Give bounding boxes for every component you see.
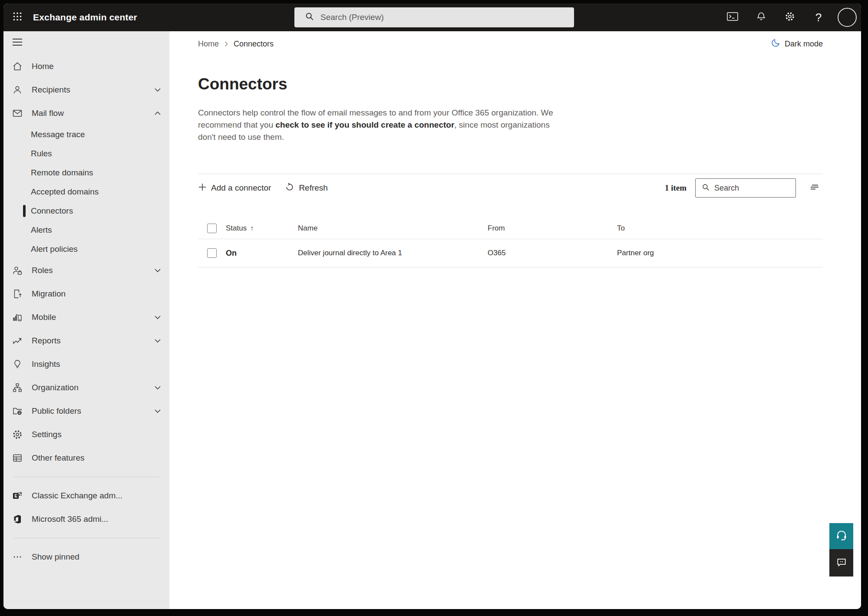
sidebar-subitem-label: Rules — [31, 149, 52, 158]
sidebar-item-connectors[interactable]: Connectors — [3, 201, 169, 221]
sidebar-item-label: Roles — [32, 266, 145, 275]
sidebar-item-organization[interactable]: Organization — [3, 376, 169, 399]
migration-icon — [12, 289, 23, 299]
account-button[interactable] — [838, 8, 857, 27]
sidebar-item-insights[interactable]: Insights — [3, 352, 169, 376]
add-connector-label: Add a connector — [211, 183, 271, 193]
sidebar-divider — [14, 477, 159, 477]
roles-icon — [12, 265, 23, 276]
other-features-icon — [12, 453, 23, 463]
table-row[interactable]: On Deliver journal directly to Area 1 O3… — [198, 239, 823, 267]
sidebar-item-label: Public folders — [32, 406, 145, 416]
ellipsis-icon — [12, 552, 23, 562]
column-header-name[interactable]: Name — [298, 224, 488, 233]
sidebar-item-label: Home — [32, 62, 162, 71]
sidebar-item-reports[interactable]: Reports — [3, 329, 169, 352]
sidebar-item-accepted-domains[interactable]: Accepted domains — [3, 182, 169, 201]
sidebar-item-alert-policies[interactable]: Alert policies — [3, 240, 169, 259]
sidebar-item-settings[interactable]: Settings — [3, 423, 169, 446]
sidebar-item-label: Show pinned — [32, 552, 162, 562]
sidebar-item-other-features[interactable]: Other features — [3, 446, 169, 470]
sidebar-item-roles[interactable]: Roles — [3, 259, 169, 282]
headset-icon — [835, 529, 848, 543]
global-search-input[interactable] — [320, 13, 567, 22]
sidebar-item-message-trace[interactable]: Message trace — [3, 125, 169, 144]
notifications-button[interactable] — [752, 8, 771, 27]
sidebar-item-show-pinned[interactable]: Show pinned — [3, 545, 169, 569]
chevron-down-icon — [154, 338, 162, 343]
sidebar-subitem-label: Accepted domains — [31, 187, 99, 197]
sidebar-item-label: Reports — [32, 336, 145, 346]
add-connector-button[interactable]: Add a connector — [198, 180, 275, 196]
filter-view-button[interactable] — [807, 180, 823, 196]
hamburger-icon — [12, 38, 23, 48]
sidebar-item-label: Other features — [32, 453, 162, 463]
sidebar-subitem-label: Alerts — [31, 225, 52, 235]
support-button[interactable] — [829, 523, 853, 549]
column-header-from[interactable]: From — [488, 224, 617, 233]
organization-icon — [12, 382, 23, 393]
collapse-nav-button[interactable] — [3, 31, 169, 55]
sidebar-item-label: Microsoft 365 admi... — [32, 514, 162, 524]
sidebar-item-microsoft-365-admin[interactable]: Microsoft 365 admi... — [3, 507, 169, 531]
sidebar: Home Recipients — [3, 31, 169, 609]
refresh-button[interactable]: Refresh — [285, 180, 332, 197]
sidebar-item-classic-exchange-admin[interactable]: E Classic Exchange adm... — [3, 484, 169, 507]
sidebar-item-migration[interactable]: Migration — [3, 282, 169, 306]
sidebar-item-rules[interactable]: Rules — [3, 144, 169, 163]
moon-icon — [771, 38, 780, 50]
list-search-box[interactable] — [695, 178, 796, 198]
settings-button[interactable] — [780, 8, 799, 27]
sidebar-item-alerts[interactable]: Alerts — [3, 221, 169, 240]
row-checkbox[interactable] — [207, 248, 217, 258]
chevron-down-icon — [154, 408, 162, 414]
floating-buttons — [829, 523, 853, 576]
row-from: O365 — [488, 249, 617, 257]
table-header-row: Status ↑ Name From To — [198, 217, 823, 239]
person-icon — [12, 85, 23, 95]
sidebar-subitem-label: Alert policies — [31, 244, 78, 254]
exchange-admin-window: Exchange admin center — [3, 3, 861, 609]
sidebar-item-label: Settings — [32, 430, 162, 439]
refresh-label: Refresh — [299, 183, 328, 193]
public-folders-icon — [12, 406, 23, 416]
select-all-checkbox[interactable] — [207, 224, 217, 233]
microsoft-365-icon — [12, 514, 23, 524]
column-header-label: To — [617, 224, 625, 233]
dark-mode-label: Dark mode — [785, 40, 823, 49]
list-search-input[interactable] — [714, 184, 791, 193]
main-content: Home Connectors Dark mode — [169, 31, 861, 609]
row-to: Partner org — [617, 249, 823, 257]
selected-indicator — [23, 205, 26, 217]
column-header-status[interactable]: Status ↑ — [226, 224, 298, 233]
global-search-box[interactable] — [294, 7, 574, 27]
page-description: Connectors help control the flow of emai… — [198, 107, 565, 143]
settings-gear-icon — [12, 429, 23, 440]
sidebar-item-remote-domains[interactable]: Remote domains — [3, 163, 169, 182]
sidebar-item-label: Mail flow — [32, 109, 145, 118]
terminal-button[interactable] — [723, 8, 742, 27]
app-title: Exchange admin center — [33, 12, 137, 23]
notifications-bell-icon — [756, 11, 766, 23]
description-link[interactable]: check to see if you should create a conn… — [275, 120, 454, 129]
sidebar-item-label: Organization — [32, 383, 145, 392]
dark-mode-toggle[interactable]: Dark mode — [771, 38, 823, 50]
sidebar-item-public-folders[interactable]: Public folders — [3, 399, 169, 423]
sidebar-item-recipients[interactable]: Recipients — [3, 78, 169, 102]
page-title: Connectors — [198, 75, 823, 94]
help-button-topbar[interactable]: ? — [809, 8, 828, 27]
sidebar-item-label: Insights — [32, 359, 162, 369]
column-header-to[interactable]: To — [617, 224, 823, 233]
sidebar-subitem-label: Remote domains — [31, 168, 93, 178]
sidebar-item-label: Recipients — [32, 85, 145, 95]
row-connector-name[interactable]: Deliver journal directly to Area 1 — [298, 249, 488, 257]
settings-gear-icon — [785, 11, 795, 23]
sidebar-item-home[interactable]: Home — [3, 55, 169, 78]
sidebar-item-mobile[interactable]: Mobile — [3, 306, 169, 329]
refresh-icon — [285, 182, 294, 194]
sidebar-item-mail-flow[interactable]: Mail flow — [3, 102, 169, 125]
feedback-button[interactable] — [829, 549, 853, 576]
app-launcher-button[interactable] — [7, 7, 28, 28]
breadcrumb: Home Connectors — [198, 40, 274, 49]
breadcrumb-home-link[interactable]: Home — [198, 40, 219, 49]
